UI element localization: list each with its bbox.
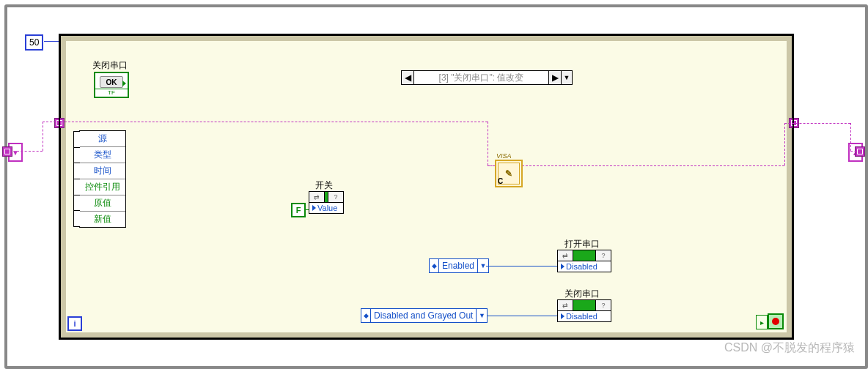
close-serial-property-node[interactable]: ⇄ ? Disabled [557,299,611,322]
switch-property-node[interactable]: ⇄ ? Value [309,191,344,214]
wire-visa-in-e [488,165,495,166]
prop-head-mid2 [573,250,596,261]
visa-close-function: VISA ✎ C [495,160,523,187]
tf-label: TF [95,89,128,96]
iteration-i-glyph: i [73,319,76,328]
open-serial-label: 打开串口 [564,238,600,250]
wire-visa-out-e [850,151,861,152]
prop-head-r3-icon: ? [596,300,611,310]
iteration-terminal: i [67,316,82,331]
prop-head-l-icon: ⇄ [309,192,325,202]
case-selector-text: [3] "关闭串口": 值改变 [414,72,548,84]
visa-c-label: C [498,177,503,185]
event-field-newval[interactable]: 新值 [80,212,125,227]
wait-ms-constant[interactable]: 50 [25,34,43,51]
prop-head-mid3 [573,300,596,310]
ring-disabled-grayed[interactable]: ◆ Disabled and Grayed Out ▼ [361,308,488,323]
prop-head-r2-icon: ? [596,250,611,261]
prop-head-l2-icon: ⇄ [558,250,573,261]
play-glyph-icon [122,81,126,86]
event-data-node: 源 类型 时间 控件引用 原值 新值 [79,130,126,228]
stop-bool-tunnel: ▸ [756,315,768,329]
close-serial-label: 关闭串口 [92,59,128,72]
wire-visa-in-c [43,122,488,122]
wire-visa-out-a [522,165,784,166]
case-selector[interactable]: ◀ [3] "关闭串口": 值改变 ▶ ▼ [401,70,573,85]
close-serial-button[interactable]: OK TF [94,72,129,98]
ring-enabled-text: Enabled [439,261,477,271]
false-constant[interactable]: F [291,203,306,217]
event-structure: ◀ [3] "关闭串口": 值改变 ▶ ▼ 关闭串口 i ▸ [59,34,794,340]
wire-visa-out-b [784,123,785,165]
ring-enabled-left-icon: ◆ [430,259,439,272]
open-serial-property-node[interactable]: ⇄ ? Disabled [557,250,611,272]
open-serial-prop-value[interactable]: Disabled [558,261,611,272]
wire-false-to-value [304,209,309,210]
event-field-ctlref[interactable]: 控件引用 [80,179,125,195]
close-serial2-label: 关闭串口 [564,288,600,300]
ok-button-face: OK [100,76,123,88]
visa-tag: VISA [496,152,512,160]
case-prev-icon[interactable]: ◀ [402,71,414,84]
ring-enabled[interactable]: ◆ Enabled ▼ [429,258,489,273]
loop-tunnel-left [54,118,65,128]
event-field-source[interactable]: 源 [80,131,125,147]
ring-dg-text: Disabled and Grayed Out [371,310,476,321]
case-next-icon[interactable]: ▶ [548,71,561,84]
wire-enabled-to-open [486,266,557,266]
wire-visa-in-b [43,122,43,151]
wire-visa-in-d [488,122,488,165]
wire-dg-to-close [487,316,557,316]
wire-visa-in-a [17,151,43,152]
wire-visa-out-c [784,123,850,124]
switch-prop-value[interactable]: Value [309,203,343,213]
close-serial-prop-value[interactable]: Disabled [558,311,611,321]
switch-label: 开关 [315,179,333,192]
ring-dg-drop-icon[interactable]: ▼ [476,309,487,322]
tunnel-left-outer [2,146,12,157]
event-field-type[interactable]: 类型 [80,147,125,163]
ring-dg-left-icon: ◆ [361,309,371,322]
stop-terminal [768,313,784,329]
case-dropdown-icon[interactable]: ▼ [561,71,572,84]
prop-head-l3-icon: ⇄ [558,300,573,310]
prop-head-r-icon: ? [328,192,343,202]
wire-visa-out-d [850,123,851,151]
tunnel-right-outer [855,146,865,157]
event-field-oldval[interactable]: 原值 [80,195,125,212]
event-field-time[interactable]: 时间 [80,163,125,179]
wait-ms-value: 50 [29,37,39,48]
